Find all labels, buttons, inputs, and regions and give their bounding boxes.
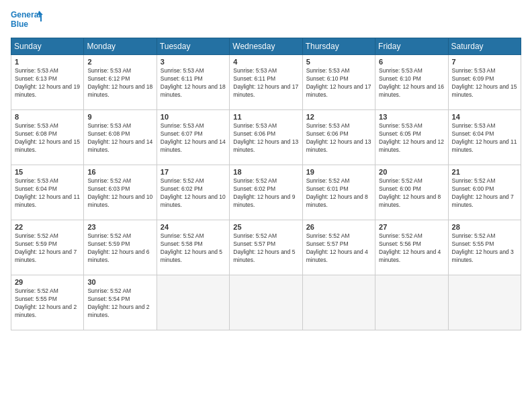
daylight-label: Daylight: 12 hours and 13 minutes. — [306, 138, 371, 153]
calendar-day-cell: 3 Sunrise: 5:53 AM Sunset: 6:11 PM Dayli… — [157, 55, 229, 110]
day-info: Sunrise: 5:53 AM Sunset: 6:06 PM Dayligh… — [233, 122, 298, 154]
sunrise-label: Sunrise: 5:53 AM — [15, 177, 58, 184]
calendar-col-header: Thursday — [302, 38, 375, 55]
day-number: 5 — [306, 58, 371, 66]
sunset-label: Sunset: 6:04 PM — [452, 130, 494, 137]
daylight-label: Daylight: 12 hours and 10 minutes. — [161, 193, 226, 208]
calendar-day-cell: 24 Sunrise: 5:52 AM Sunset: 5:58 PM Dayl… — [157, 220, 229, 275]
day-info: Sunrise: 5:52 AM Sunset: 5:57 PM Dayligh… — [306, 232, 371, 265]
sunset-label: Sunset: 6:02 PM — [161, 185, 203, 192]
sunset-label: Sunset: 5:58 PM — [161, 240, 203, 247]
calendar-col-header: Saturday — [448, 38, 521, 55]
sunset-label: Sunset: 6:06 PM — [233, 130, 275, 137]
calendar-day-cell — [448, 275, 521, 330]
calendar-day-cell: 11 Sunrise: 5:53 AM Sunset: 6:06 PM Dayl… — [230, 110, 302, 165]
day-info: Sunrise: 5:52 AM Sunset: 5:58 PM Dayligh… — [161, 232, 226, 265]
calendar-day-cell: 14 Sunrise: 5:53 AM Sunset: 6:04 PM Dayl… — [448, 110, 521, 165]
day-number: 14 — [452, 113, 517, 121]
sunrise-label: Sunrise: 5:53 AM — [161, 67, 204, 74]
day-number: 2 — [87, 58, 152, 66]
calendar-day-cell: 16 Sunrise: 5:52 AM Sunset: 6:03 PM Dayl… — [84, 165, 157, 220]
calendar-day-cell: 26 Sunrise: 5:52 AM Sunset: 5:57 PM Dayl… — [302, 220, 375, 275]
sunrise-label: Sunrise: 5:53 AM — [379, 122, 423, 129]
calendar-week-row: 8 Sunrise: 5:53 AM Sunset: 6:08 PM Dayli… — [11, 110, 521, 165]
sunrise-label: Sunrise: 5:52 AM — [87, 232, 131, 239]
day-number: 15 — [15, 168, 80, 176]
calendar-day-cell: 18 Sunrise: 5:52 AM Sunset: 6:02 PM Dayl… — [230, 165, 302, 220]
calendar-week-row: 29 Sunrise: 5:52 AM Sunset: 5:55 PM Dayl… — [11, 275, 521, 330]
sunrise-label: Sunrise: 5:53 AM — [87, 67, 131, 74]
calendar-col-header: Sunday — [11, 38, 84, 55]
calendar-table: SundayMondayTuesdayWednesdayThursdayFrid… — [11, 38, 521, 330]
sunrise-label: Sunrise: 5:53 AM — [452, 122, 496, 129]
day-info: Sunrise: 5:52 AM Sunset: 6:02 PM Dayligh… — [161, 177, 226, 210]
sunset-label: Sunset: 5:54 PM — [87, 295, 130, 302]
daylight-label: Daylight: 12 hours and 13 minutes. — [233, 138, 298, 153]
calendar-week-row: 1 Sunrise: 5:53 AM Sunset: 6:13 PM Dayli… — [11, 55, 521, 110]
day-info: Sunrise: 5:53 AM Sunset: 6:11 PM Dayligh… — [161, 67, 226, 99]
calendar-day-cell: 12 Sunrise: 5:53 AM Sunset: 6:06 PM Dayl… — [302, 110, 375, 165]
sunset-label: Sunset: 6:13 PM — [15, 75, 57, 82]
day-number: 16 — [87, 168, 152, 176]
sunset-label: Sunset: 6:06 PM — [306, 130, 349, 137]
day-number: 3 — [161, 58, 226, 66]
daylight-label: Daylight: 12 hours and 7 minutes. — [15, 248, 77, 263]
day-number: 7 — [452, 58, 517, 66]
calendar-day-cell: 15 Sunrise: 5:53 AM Sunset: 6:04 PM Dayl… — [11, 165, 84, 220]
sunrise-label: Sunrise: 5:52 AM — [306, 177, 350, 184]
day-number: 23 — [87, 223, 152, 231]
calendar-day-cell — [230, 275, 302, 330]
calendar-day-cell: 30 Sunrise: 5:52 AM Sunset: 5:54 PM Dayl… — [84, 275, 157, 330]
calendar-day-cell: 2 Sunrise: 5:53 AM Sunset: 6:12 PM Dayli… — [84, 55, 157, 110]
sunset-label: Sunset: 6:02 PM — [233, 185, 275, 192]
day-number: 26 — [306, 223, 371, 231]
sunrise-label: Sunrise: 5:52 AM — [87, 287, 131, 294]
calendar-col-header: Friday — [375, 38, 448, 55]
day-number: 10 — [161, 113, 226, 121]
day-info: Sunrise: 5:52 AM Sunset: 5:55 PM Dayligh… — [452, 232, 517, 265]
sunrise-label: Sunrise: 5:52 AM — [379, 232, 423, 239]
day-info: Sunrise: 5:53 AM Sunset: 6:10 PM Dayligh… — [379, 67, 444, 99]
daylight-label: Daylight: 12 hours and 17 minutes. — [306, 83, 371, 98]
calendar-day-cell: 17 Sunrise: 5:52 AM Sunset: 6:02 PM Dayl… — [157, 165, 229, 220]
calendar-day-cell — [375, 275, 448, 330]
sunset-label: Sunset: 5:56 PM — [379, 240, 421, 247]
day-info: Sunrise: 5:53 AM Sunset: 6:12 PM Dayligh… — [87, 67, 152, 99]
sunset-label: Sunset: 6:03 PM — [87, 185, 130, 192]
daylight-label: Daylight: 12 hours and 2 minutes. — [87, 304, 149, 318]
calendar-week-row: 15 Sunrise: 5:53 AM Sunset: 6:04 PM Dayl… — [11, 165, 521, 220]
sunset-label: Sunset: 6:00 PM — [452, 185, 494, 192]
daylight-label: Daylight: 12 hours and 4 minutes. — [379, 248, 441, 263]
calendar-day-cell: 6 Sunrise: 5:53 AM Sunset: 6:10 PM Dayli… — [375, 55, 448, 110]
day-number: 1 — [15, 58, 80, 66]
sunset-label: Sunset: 6:01 PM — [306, 185, 349, 192]
calendar-day-cell — [302, 275, 375, 330]
calendar-day-cell: 23 Sunrise: 5:52 AM Sunset: 5:59 PM Dayl… — [84, 220, 157, 275]
svg-text:General: General — [11, 10, 41, 19]
day-info: Sunrise: 5:52 AM Sunset: 5:59 PM Dayligh… — [87, 232, 152, 265]
day-info: Sunrise: 5:53 AM Sunset: 6:11 PM Dayligh… — [233, 67, 298, 99]
sunrise-label: Sunrise: 5:52 AM — [161, 177, 204, 184]
sunrise-label: Sunrise: 5:53 AM — [379, 67, 423, 74]
daylight-label: Daylight: 12 hours and 11 minutes. — [452, 138, 517, 153]
daylight-label: Daylight: 12 hours and 15 minutes. — [452, 83, 517, 98]
header: General Blue — [11, 8, 521, 32]
day-info: Sunrise: 5:52 AM Sunset: 6:03 PM Dayligh… — [87, 177, 152, 210]
sunrise-label: Sunrise: 5:53 AM — [233, 122, 277, 129]
calendar-week-row: 22 Sunrise: 5:52 AM Sunset: 5:59 PM Dayl… — [11, 220, 521, 275]
day-info: Sunrise: 5:52 AM Sunset: 6:00 PM Dayligh… — [379, 177, 444, 210]
sunset-label: Sunset: 6:00 PM — [379, 185, 421, 192]
day-number: 18 — [233, 168, 298, 176]
daylight-label: Daylight: 12 hours and 3 minutes. — [452, 248, 514, 263]
day-number: 13 — [379, 113, 444, 121]
day-info: Sunrise: 5:53 AM Sunset: 6:07 PM Dayligh… — [161, 122, 226, 154]
calendar-day-cell: 19 Sunrise: 5:52 AM Sunset: 6:01 PM Dayl… — [302, 165, 375, 220]
daylight-label: Daylight: 12 hours and 8 minutes. — [379, 193, 441, 208]
day-info: Sunrise: 5:52 AM Sunset: 5:59 PM Dayligh… — [15, 232, 80, 265]
sunset-label: Sunset: 6:04 PM — [15, 185, 57, 192]
calendar-day-cell: 13 Sunrise: 5:53 AM Sunset: 6:05 PM Dayl… — [375, 110, 448, 165]
day-number: 22 — [15, 223, 80, 231]
sunrise-label: Sunrise: 5:52 AM — [452, 177, 496, 184]
day-number: 19 — [306, 168, 371, 176]
sunset-label: Sunset: 6:05 PM — [379, 130, 421, 137]
